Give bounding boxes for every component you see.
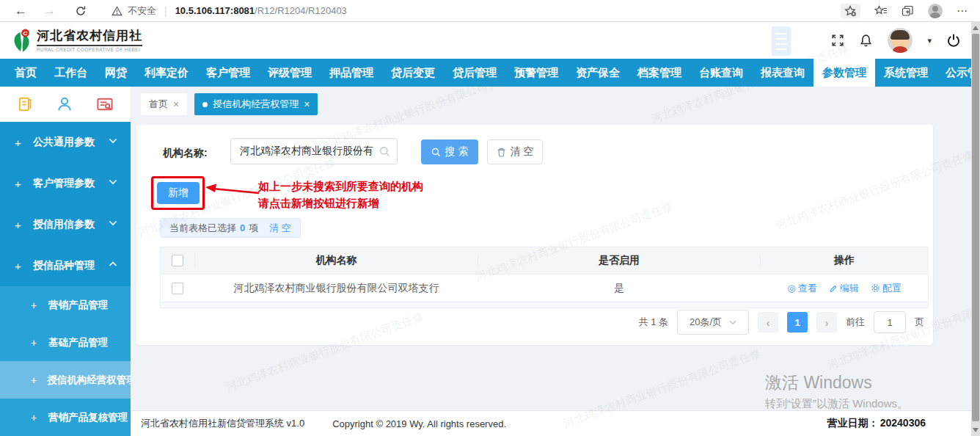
screen: ← → 不安全 | 10.5.106.117:8081 /R12/R1204/R…	[0, 0, 980, 436]
tab-credit-org-mgmt[interactable]: 授信机构经营权管理 ×	[194, 93, 318, 115]
browser-refresh-icon[interactable]	[75, 5, 87, 17]
current-page-button[interactable]: 1	[787, 312, 808, 333]
address-separator: |	[164, 5, 167, 17]
org-name-label: 机构名称:	[163, 147, 208, 160]
nav-item-postloan-change[interactable]: 贷后变更	[382, 59, 444, 87]
tab-close-icon[interactable]: ×	[304, 98, 310, 110]
list-search-icon[interactable]	[96, 96, 114, 112]
gear-icon	[871, 283, 880, 293]
scrollbar-down-arrow-icon[interactable]	[973, 428, 979, 432]
address-bar[interactable]: 不安全 | 10.5.106.117:8081 /R12/R1204/R1204…	[111, 4, 347, 18]
sidebar-subitem-marketing-product-review-mgmt[interactable]: + 营销产品复核管理	[0, 399, 131, 436]
collections-icon[interactable]	[902, 5, 914, 17]
tab-strip: 首页 × 授信机构经营权管理 ×	[0, 87, 980, 122]
app-header: C 河北省农村信用社 RURAL CREDIT COOPERATIVE OF H…	[0, 22, 980, 59]
page-size-select[interactable]: 20条/页	[677, 310, 749, 335]
sidebar-menu: + 公共通用参数 + 客户管理参数 + 授信用信参数 + 授信品种管理 + 营销…	[0, 122, 131, 436]
search-icon	[379, 146, 390, 157]
brand-text: 河北省农村信用社 RURAL CREDIT COOPERATIVE OF HEB…	[37, 27, 142, 52]
nav-item-report-query[interactable]: 报表查询	[752, 59, 813, 87]
next-page-button[interactable]: ›	[816, 312, 837, 333]
footer-copyright: Copyright © 2019 Wy. All rights reserved…	[332, 418, 506, 429]
browser-scrollbar[interactable]	[971, 22, 980, 436]
warning-icon	[111, 6, 122, 16]
sidebar-item-credit-product-mgmt[interactable]: + 授信品种管理	[0, 245, 131, 286]
sidebar-item-credit-params[interactable]: + 授信用信参数	[0, 204, 131, 245]
plus-icon: +	[31, 374, 37, 386]
tab-home[interactable]: 首页 ×	[141, 93, 187, 115]
nav-item-collateral-mgmt[interactable]: 押品管理	[321, 59, 382, 87]
chevron-down-icon	[729, 320, 736, 325]
browser-actions: ⋯	[841, 4, 968, 18]
user-avatar[interactable]	[888, 28, 913, 53]
browser-toolbar: ← → 不安全 | 10.5.106.117:8081 /R12/R1204/R…	[0, 0, 980, 22]
nav-item-system-mgmt[interactable]: 系统管理	[875, 59, 937, 87]
view-icon: ◎	[787, 283, 795, 294]
nav-item-rate-pricing[interactable]: 利率定价	[136, 59, 197, 87]
nav-item-online-loan[interactable]: 网贷	[96, 59, 136, 87]
header-actions: ▾	[831, 22, 961, 59]
sidebar-subitem-basic-product-mgmt[interactable]: + 基础产品管理	[0, 324, 131, 361]
chevron-down-icon	[109, 179, 117, 185]
notifications-bell-icon[interactable]	[859, 34, 873, 48]
main-nav: 首页 工作台 网贷 利率定价 客户管理 评级管理 押品管理 贷后变更 贷后管理 …	[0, 59, 980, 87]
security-label: 不安全	[128, 4, 156, 18]
clear-button[interactable]: 清 空	[487, 139, 543, 164]
selected-count: 0	[240, 222, 245, 233]
nav-item-rating-mgmt[interactable]: 评级管理	[259, 59, 321, 87]
brand: C 河北省农村信用社 RURAL CREDIT COOPERATIVE OF H…	[10, 27, 142, 55]
page-unit-label: 页	[915, 316, 924, 329]
scrollbar-thumb[interactable]	[972, 34, 979, 421]
sidebar-item-common-params[interactable]: + 公共通用参数	[0, 122, 131, 163]
table-scroll-strip	[161, 302, 928, 308]
row-checkbox[interactable]	[172, 283, 183, 294]
nav-item-postloan-mgmt[interactable]: 贷后管理	[444, 59, 505, 87]
nav-item-archive-mgmt[interactable]: 档案管理	[629, 59, 690, 87]
trash-icon	[497, 147, 506, 157]
nav-item-warning-mgmt[interactable]: 预警管理	[505, 59, 567, 87]
favorites-bar-icon[interactable]	[874, 5, 888, 17]
goto-label: 前往	[846, 316, 865, 329]
tab-close-icon[interactable]: ×	[173, 98, 179, 110]
nav-item-parameter-mgmt[interactable]: 参数管理	[813, 59, 875, 87]
nav-item-workbench[interactable]: 工作台	[45, 59, 96, 87]
goto-page-input[interactable]	[874, 311, 906, 333]
nav-item-ledger-query[interactable]: 台账查询	[690, 59, 752, 87]
brand-logo-icon: C	[10, 27, 34, 55]
browser-forward-icon[interactable]: →	[43, 0, 56, 22]
sidebar-subitem-credit-org-rights-mgmt[interactable]: + 授信机构经营权管理	[0, 361, 131, 399]
document-icon[interactable]	[17, 96, 33, 112]
view-link[interactable]: ◎ 查看	[787, 282, 816, 295]
fullscreen-icon[interactable]	[831, 34, 844, 47]
brand-title: 河北省农村信用社	[37, 27, 142, 46]
sidebar-item-customer-params[interactable]: + 客户管理参数	[0, 163, 131, 204]
browser-profile-avatar[interactable]	[928, 4, 943, 18]
select-all-checkbox[interactable]	[172, 255, 183, 266]
browser-menu-icon[interactable]: ⋯	[957, 4, 968, 18]
scrollbar-up-arrow-icon[interactable]	[973, 26, 979, 30]
open-tabs: 首页 × 授信机构经营权管理 ×	[141, 93, 318, 115]
url-path: /R12/R1204/R120403	[255, 5, 347, 16]
add-button[interactable]: 新增	[157, 182, 200, 204]
org-table: 机构名称 是否启用 操作 河北鸡泽农村商业银行股份有限公司双塔支行 是 ◎ 查看	[160, 247, 929, 308]
selection-clear-link[interactable]: 清 空	[269, 222, 291, 235]
footer: 河北省农村信用社新信贷管理系统 v1.0 Copyright © 2019 Wy…	[131, 410, 971, 436]
person-icon[interactable]	[56, 95, 73, 113]
sidebar-subitem-marketing-product-mgmt[interactable]: + 营销产品管理	[0, 286, 131, 324]
annotation-arrow	[205, 182, 260, 198]
edit-link[interactable]: 编辑	[829, 282, 859, 295]
search-button[interactable]: 搜 索	[421, 139, 478, 164]
prev-page-button[interactable]: ‹	[758, 312, 778, 333]
user-menu-caret-icon[interactable]: ▾	[927, 36, 932, 46]
nav-item-asset-preservation[interactable]: 资产保全	[567, 59, 629, 87]
logout-power-icon[interactable]	[946, 33, 961, 48]
nav-item-home[interactable]: 首页	[6, 59, 45, 87]
plus-icon: +	[31, 412, 38, 424]
active-tab-dot	[202, 102, 208, 107]
config-link[interactable]: 配置	[871, 282, 902, 295]
nav-item-customer-mgmt[interactable]: 客户管理	[197, 59, 259, 87]
browser-back-icon[interactable]: ←	[15, 0, 27, 22]
add-favorite-icon[interactable]	[841, 4, 860, 18]
org-name-input[interactable]	[231, 139, 397, 164]
edit-icon	[829, 284, 838, 293]
